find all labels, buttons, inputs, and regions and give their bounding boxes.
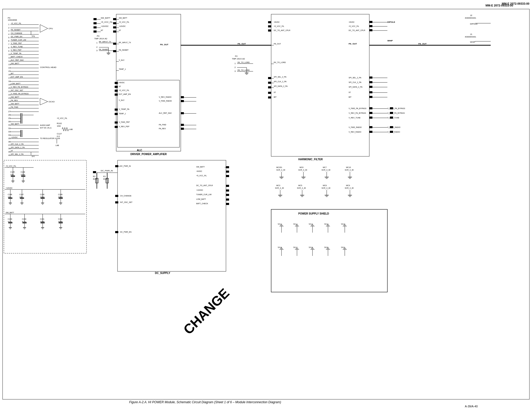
svg-rect-327 <box>369 107 372 109</box>
svg-text:PA_FWD: PA_FWD <box>11 106 18 108</box>
svg-text:DC_PWR_EN: DC_PWR_EN <box>11 36 22 38</box>
svg-text:PA_INHIBIT: PA_INHIBIT <box>11 29 21 31</box>
svg-text:9: 9 <box>8 50 10 52</box>
svg-text:MC3: MC3 <box>276 185 280 186</box>
svg-rect-212 <box>181 96 184 98</box>
svg-rect-333 <box>390 112 393 114</box>
svg-rect-176 <box>113 43 116 45</box>
svg-rect-317 <box>369 86 372 88</box>
svg-text:DC_PWR_IN: DC_PWR_IN <box>101 170 113 172</box>
svg-text:E1: E1 <box>103 175 106 178</box>
svg-rect-287 <box>268 86 271 88</box>
svg-text:TP9: TP9 <box>32 35 35 37</box>
svg-text:SCR_4_40: SCR_4_40 <box>276 169 285 171</box>
svg-text:SPI_SEL_2_PA: SPI_SEL_2_PA <box>11 153 24 155</box>
svg-text:V_REV_RADIO: V_REV_RADIO <box>349 131 362 133</box>
svg-text:TO REGULATOR U1106: TO REGULATOR U1106 <box>40 138 60 139</box>
svg-text:+8VDC: +8VDC <box>274 21 280 23</box>
svg-rect-233 <box>226 166 229 168</box>
svg-text:DC_SUPPLY: DC_SUPPLY <box>155 272 170 274</box>
svg-text:EXT DC J5,11: EXT DC J5,11 <box>40 127 52 129</box>
svg-text:TP15: TP15 <box>341 223 345 225</box>
svg-text:SPI_CLK_2_PA: SPI_CLK_2_PA <box>11 143 24 145</box>
svg-text:WHIP: WHIP <box>387 40 393 42</box>
svg-text:J1: J1 <box>470 33 472 35</box>
svg-rect-238 <box>226 175 229 177</box>
svg-rect-164 <box>113 18 116 20</box>
svg-text:C154: C154 <box>22 218 26 220</box>
svg-text:V_FWD_RADIO: V_FWD_RADIO <box>159 100 172 102</box>
svg-text:+5_VCC_FIL: +5_VCC_FIL <box>101 21 113 23</box>
svg-text:MC9: MC9 <box>346 185 350 186</box>
svg-text:MC8: MC8 <box>323 185 327 186</box>
svg-text:TMP-J01X-A2: TMP-J01X-A2 <box>94 37 107 40</box>
svg-text:MC6: MC6 <box>300 166 303 168</box>
svg-text:OCXO: OCXO <box>49 101 55 103</box>
svg-rect-218 <box>181 124 184 126</box>
svg-text:+10VDC: +10VDC <box>11 136 18 138</box>
svg-rect-236 <box>226 171 229 173</box>
svg-text:TP21: TP21 <box>341 247 345 248</box>
svg-rect-320 <box>369 91 372 93</box>
svg-text:MC5: MC5 <box>298 185 302 186</box>
svg-rect-517 <box>271 209 387 292</box>
svg-text:SCR_4_40: SCR_4_40 <box>345 187 354 189</box>
svg-text:2: 2 <box>96 46 98 48</box>
svg-rect-295 <box>268 25 271 27</box>
svg-text:BATT_CHECK: BATT_CHECK <box>196 203 208 205</box>
svg-text:DC_TO_ANT_CPLR: DC_TO_ANT_CPLR <box>196 185 213 187</box>
svg-rect-343 <box>390 126 393 128</box>
svg-text:TEMP_1: TEMP_1 <box>119 68 126 70</box>
svg-text:+5_VCC_FIL: +5_VCC_FIL <box>6 165 16 167</box>
svg-rect-159 <box>93 30 97 33</box>
svg-rect-347 <box>369 131 372 133</box>
svg-rect-297 <box>268 29 271 32</box>
svg-text:C149: C149 <box>58 194 62 195</box>
svg-text:PA_OUT: PA_OUT <box>349 43 357 45</box>
svg-text:DC_TO_ANT_CPLR: DC_TO_ANT_CPLR <box>349 29 365 32</box>
svg-text:DIPOLE: DIPOLE <box>387 21 395 23</box>
svg-text:MC7: MC7 <box>323 166 327 168</box>
svg-text:SW_BATT: SW_BATT <box>11 123 19 125</box>
svg-text:TP17: TP17 <box>293 247 298 248</box>
svg-text:DC_PWR_EN: DC_PWR_EN <box>120 231 131 233</box>
svg-text:TP20: TP20 <box>324 247 328 248</box>
svg-rect-248 <box>226 203 229 205</box>
svg-text:2: 2 <box>234 66 236 68</box>
svg-text:TP19: TP19 <box>309 247 313 248</box>
svg-text:V_FWD_PA_BYPASS: V_FWD_PA_BYPASS <box>349 108 366 110</box>
svg-text:1: 1 <box>234 62 236 65</box>
svg-text:SW_BATT: SW_BATT <box>11 103 19 105</box>
svg-text:SCR_4_40: SCR_4_40 <box>297 187 306 189</box>
svg-rect-150 <box>93 18 97 20</box>
svg-text:J2: J2 <box>470 14 472 17</box>
svg-text:+10VDC: +10VDC <box>196 189 203 191</box>
svg-rect-281 <box>268 77 271 79</box>
svg-text:SW_BATT: SW_BATT <box>11 63 19 65</box>
svg-text:LAB: LAB <box>69 128 73 130</box>
svg-text:V_FWD_PEP: V_FWD_PEP <box>119 121 130 123</box>
svg-text:3: 3 <box>96 49 98 52</box>
svg-text:SW_BATT: SW_BATT <box>119 17 127 19</box>
svg-text:HARMONIC_FILTER: HARMONIC_FILTER <box>298 158 323 161</box>
svg-rect-205 <box>115 126 118 128</box>
svg-text:1: 1 <box>8 23 10 26</box>
svg-text:CONTROL HEAD: CONTROL HEAD <box>40 66 56 68</box>
svg-text:TP7: TP7 <box>32 156 35 157</box>
svg-text:TP12: TP12 <box>278 223 282 225</box>
svg-rect-361 <box>4 160 87 253</box>
svg-text:9T: 9T <box>274 91 276 93</box>
svg-text:3: 3 <box>8 30 10 32</box>
svg-text:C152: C152 <box>58 218 62 220</box>
svg-text:SPI_SEL_2_PA: SPI_SEL_2_PA <box>274 76 286 78</box>
svg-text:SCR_4_40: SCR_4_40 <box>298 169 307 171</box>
svg-text:E2: E2 <box>93 175 96 178</box>
svg-text:C146: C146 <box>8 194 12 195</box>
schematic-diagram: P3 10043696 CPU +5_VCC_FIL 1 2 3 PA_INHI… <box>0 0 532 412</box>
svg-rect-289 <box>268 92 271 94</box>
svg-text:DC_TO_ANT_CPLR: DC_TO_ANT_CPLR <box>274 29 290 32</box>
svg-text:+5_VCC_FIL: +5_VCC_FIL <box>11 22 21 25</box>
svg-rect-328 <box>390 107 393 109</box>
svg-text:SPI_CLK_2_PA: SPI_CLK_2_PA <box>274 81 287 83</box>
svg-text:DRIVER_POWER_AMPLIFIER: DRIVER_POWER_AMPLIFIER <box>130 153 167 156</box>
